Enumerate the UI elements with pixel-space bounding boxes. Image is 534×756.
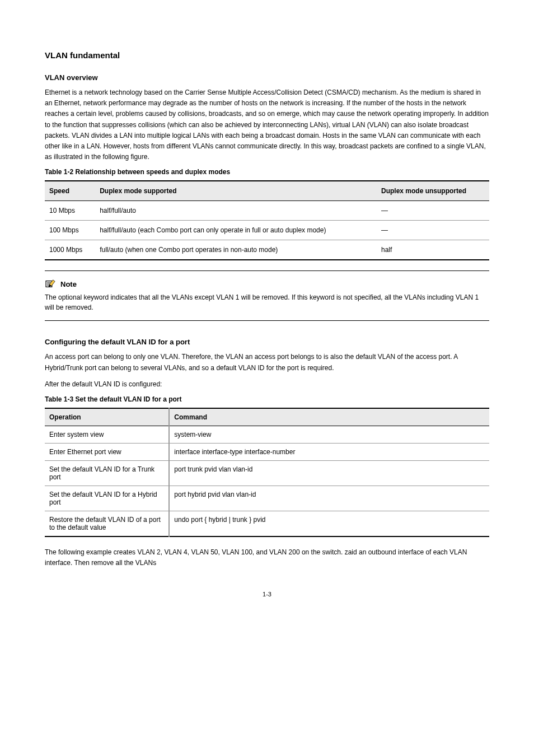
table-row: 10 Mbps half/full/auto —: [45, 201, 489, 221]
subsection-heading: VLAN overview: [45, 73, 489, 82]
config-section-title: Configuring the default VLAN ID for a po…: [45, 338, 489, 346]
page-number: 1-3: [45, 591, 489, 598]
col-command: Command: [169, 408, 489, 426]
cell: undo port { hybrid | trunk } pvid: [169, 511, 489, 536]
cell: Restore the default VLAN ID of a port to…: [45, 511, 169, 536]
cell: Set the default VLAN ID for a Trunk port: [45, 460, 169, 486]
table-row: Enter Ethernet port view interface inter…: [45, 443, 489, 460]
col-unsupported: Duplex mode unsupported: [377, 181, 489, 201]
cell: Enter system view: [45, 426, 169, 443]
note-icon: [45, 279, 57, 289]
cell: port hybrid pvid vlan vlan-id: [169, 486, 489, 511]
note-text: The optional keyword indicates that all …: [45, 292, 489, 312]
cell: 100 Mbps: [45, 221, 95, 240]
table-header-row: Speed Duplex mode supported Duplex mode …: [45, 181, 489, 201]
cell: port trunk pvid vlan vlan-id: [169, 460, 489, 486]
config-para2: After the default VLAN ID is configured:: [45, 379, 489, 390]
note-header: Note: [45, 279, 489, 289]
table-row: Enter system view system-view: [45, 426, 489, 443]
table-row: 1000 Mbps full/auto (when one Combo port…: [45, 240, 489, 260]
section-title: VLAN fundamental: [45, 50, 489, 60]
table1-caption-text: Table 1-2 Relationship between speeds an…: [45, 168, 230, 176]
cell: —: [377, 201, 489, 221]
col-supported: Duplex mode supported: [95, 181, 377, 201]
table1-caption: Table 1-2 Relationship between speeds an…: [45, 168, 489, 176]
note-label: Note: [60, 280, 77, 288]
closing-paragraph: The following example creates VLAN 2, VL…: [45, 547, 489, 568]
cell: system-view: [169, 426, 489, 443]
cell: interface interface-type interface-numbe…: [169, 443, 489, 460]
table-row: Set the default VLAN ID for a Trunk port…: [45, 460, 489, 486]
cell: Set the default VLAN ID for a Hybrid por…: [45, 486, 169, 511]
table-row: 100 Mbps half/full/auto (each Combo port…: [45, 221, 489, 240]
table-row: Set the default VLAN ID for a Hybrid por…: [45, 486, 489, 511]
cell: —: [377, 221, 489, 240]
cell: 1000 Mbps: [45, 240, 95, 260]
document-page: VLAN fundamental VLAN overview Ethernet …: [45, 50, 489, 598]
table-row: Restore the default VLAN ID of a port to…: [45, 511, 489, 536]
cell: half/full/auto: [95, 201, 377, 221]
cell: half/full/auto (each Combo port can only…: [95, 221, 377, 240]
note-block: Note The optional keyword indicates that…: [45, 270, 489, 321]
speed-duplex-table: Speed Duplex mode supported Duplex mode …: [45, 180, 489, 260]
cell: Enter Ethernet port view: [45, 443, 169, 460]
config-para1: An access port can belong to only one VL…: [45, 352, 489, 373]
config-command-table: Operation Command Enter system view syst…: [45, 408, 489, 537]
table2-caption: Table 1-3 Set the default VLAN ID for a …: [45, 395, 489, 403]
intro-paragraph: Ethernet is a network technology based o…: [45, 87, 489, 162]
col-operation: Operation: [45, 408, 169, 426]
cell: half: [377, 240, 489, 260]
col-speed: Speed: [45, 181, 95, 201]
cell: full/auto (when one Combo port operates …: [95, 240, 377, 260]
table2-caption-text: Table 1-3 Set the default VLAN ID for a …: [45, 395, 181, 403]
cell: 10 Mbps: [45, 201, 95, 221]
table-header-row: Operation Command: [45, 408, 489, 426]
